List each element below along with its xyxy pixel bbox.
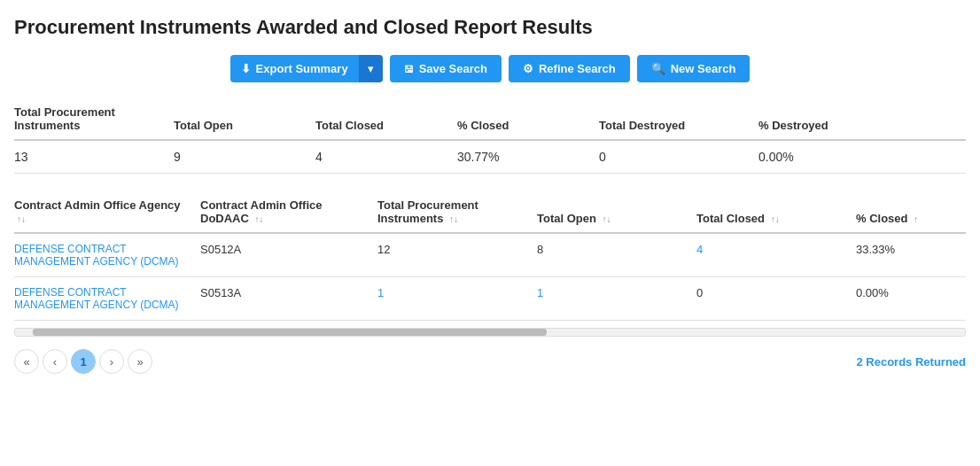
summary-table: Total Procurement Instruments Total Open… (14, 98, 966, 174)
detail-header-dodaac: Contract Admin Office DoDAAC ↑↓ (200, 191, 377, 233)
detail-pct-closed: 0.00% (856, 277, 966, 321)
scrollbar-track (14, 328, 966, 337)
detail-header-total-closed: Total Closed ↑↓ (696, 191, 856, 233)
save-icon: 🖫 (404, 64, 414, 74)
last-page-button[interactable]: » (128, 349, 152, 374)
detail-header-agency: Contract Admin Office Agency ↑↓ (14, 191, 200, 233)
summary-header-pct-destroyed: % Destroyed (758, 98, 966, 140)
download-icon: ⬇ (241, 62, 251, 75)
page-1-button[interactable]: 1 (71, 349, 96, 374)
records-count: 2 (856, 355, 862, 369)
detail-header-total-open: Total Open ↑↓ (537, 191, 696, 233)
summary-pct-destroyed: 0.00% (758, 140, 966, 174)
new-search-button[interactable]: 🔍 New Search (637, 55, 751, 82)
pagination-controls: « ‹ 1 › » (14, 349, 152, 374)
summary-total-open: 9 (174, 140, 315, 174)
scrollbar-thumb[interactable] (33, 329, 547, 336)
detail-pct-closed: 33.33% (856, 233, 966, 277)
sort-total-open-icon[interactable]: ↑↓ (603, 214, 611, 224)
sort-dodaac-icon[interactable]: ↑↓ (255, 214, 264, 224)
export-dropdown-button[interactable]: ▾ (359, 55, 383, 82)
export-summary-button[interactable]: ⬇ Export Summary (230, 55, 359, 82)
refine-search-button[interactable]: ⚙ Refine Search (509, 55, 630, 82)
pagination: « ‹ 1 › » 2 Records Returned (14, 344, 966, 379)
detail-header-pct-closed: % Closed ↑ (856, 191, 966, 233)
detail-total-pi: 12 (377, 233, 537, 277)
next-page-button[interactable]: › (99, 349, 124, 374)
detail-total-pi: 1 (377, 277, 537, 321)
prev-page-button[interactable]: ‹ (43, 349, 67, 374)
summary-header-pct-closed: % Closed (457, 98, 599, 140)
export-label: Export Summary (256, 62, 348, 75)
summary-header-total-pi: Total Procurement Instruments (14, 98, 174, 140)
detail-dodaac: S0512A (200, 233, 377, 277)
detail-total-closed: 4 (696, 233, 856, 277)
summary-header-total-closed: Total Closed (315, 98, 457, 140)
detail-agency: DEFENSE CONTRACT MANAGEMENT AGENCY (DCMA… (14, 277, 200, 321)
detail-table: Contract Admin Office Agency ↑↓ Contract… (14, 191, 966, 321)
summary-total-closed: 4 (315, 140, 457, 174)
refine-icon: ⚙ (523, 62, 533, 75)
summary-header-total-open: Total Open (174, 98, 315, 140)
detail-agency: DEFENSE CONTRACT MANAGEMENT AGENCY (DCMA… (14, 233, 200, 277)
page-title: Procurement Instruments Awarded and Clos… (14, 16, 966, 39)
records-returned: 2 Records Returned (856, 355, 966, 369)
detail-total-closed: 0 (696, 277, 856, 321)
detail-total-open: 8 (537, 233, 696, 277)
summary-pct-closed: 30.77% (457, 140, 599, 174)
search-icon: 🔍 (651, 62, 665, 75)
records-label: Records Returned (866, 355, 966, 369)
detail-row: DEFENSE CONTRACT MANAGEMENT AGENCY (DCMA… (14, 233, 966, 277)
horizontal-scrollbar[interactable] (14, 328, 966, 337)
summary-row: 13 9 4 30.77% 0 0.00% (14, 140, 966, 174)
summary-header-total-destroyed: Total Destroyed (599, 98, 758, 140)
detail-header-total-pi: Total Procurement Instruments ↑↓ (377, 191, 537, 233)
sort-pct-closed-icon[interactable]: ↑ (914, 214, 918, 224)
chevron-down-icon: ▾ (368, 62, 374, 75)
first-page-button[interactable]: « (14, 349, 39, 374)
sort-agency-icon[interactable]: ↑↓ (17, 214, 26, 224)
export-summary-group: ⬇ Export Summary ▾ (230, 55, 383, 82)
detail-row: DEFENSE CONTRACT MANAGEMENT AGENCY (DCMA… (14, 277, 966, 321)
sort-total-pi-icon[interactable]: ↑↓ (449, 214, 458, 224)
detail-total-open: 1 (537, 277, 696, 321)
sort-total-closed-icon[interactable]: ↑↓ (771, 214, 780, 224)
save-search-button[interactable]: 🖫 Save Search (390, 55, 502, 82)
detail-dodaac: S0513A (200, 277, 377, 321)
toolbar: ⬇ Export Summary ▾ 🖫 Save Search ⚙ Refin… (14, 55, 966, 82)
summary-total-destroyed: 0 (599, 140, 758, 174)
summary-total-pi: 13 (14, 140, 174, 174)
